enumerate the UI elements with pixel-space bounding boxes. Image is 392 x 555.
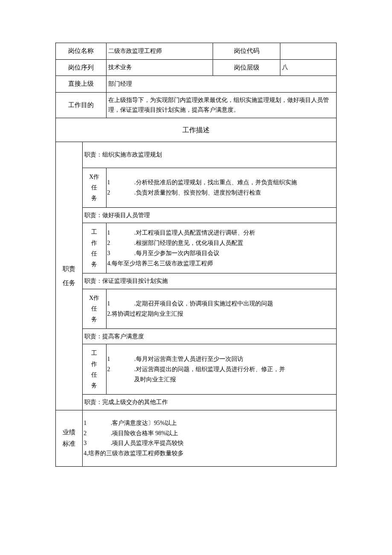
label-position-name: 岗位名称 [56,43,107,60]
duty1-task-content: 1 2 .分析经批准后的监理规划，找出重点、难点，并负责组织实施 .负责对质量控… [106,168,336,208]
row-duty1-title: 职责 任务 职责：组织实施市政监理规划 [56,142,337,168]
duty2-nums: 1 2 3 [107,228,133,258]
row-position-name: 岗位名称 二级市政监理工程师 岗位代码 [56,43,337,60]
row-desc-title: 工作描述 [56,118,337,142]
value-position-level: 八 [280,59,337,76]
duty4-title: 职责：提高客户满意度 [83,328,337,344]
row-supervisor: 直接上级 部门经理 [56,76,337,93]
perf-nums: 1 2 3 [84,418,109,448]
duty2-title: 职责：做好项目人员管理 [83,207,337,223]
row-position-seq: 岗位序列 技术业务 岗位层级 八 [56,59,337,76]
duty3-task-content: 1 .定期召开项目会议，协调项目实施过程中出现的问题 2.将协调过程定期向业主汇… [106,289,336,328]
desc-title: 工作描述 [56,118,337,142]
duty4-txts: .每月对运营商主管人员进行至少一次回访 .对运营商提出的问题，组织监理人员进行分… [134,354,288,384]
duty3-line2: 2.将协调过程定期向业主汇报 [107,309,334,319]
row-performance: 业绩 标准 1 2 3 .客户满意度达〕95%以上 .项目险收合格率 98%以上… [56,410,337,466]
row-duty4-tasks: 工 作 任 务 1 2 .每月对运营商主管人员进行至少一次回访 .对运营商提出的… [56,344,337,395]
row-duty4-title: 职责：提高客户满意度 [56,328,337,344]
duty3-nums: 1 [107,299,133,309]
duty5-title: 职责：完成上级交办的其他工作 [83,395,337,410]
value-position-name: 二级市政监理工程师 [106,43,213,60]
value-position-seq: 技术业务 [106,59,213,76]
label-supervisor: 直接上级 [56,76,107,93]
duty2-txts: .对工程项目监理人员配置情况进行调研、分析 .根据部门经理的意见，优化项目人员配… [134,228,255,258]
side-duty-label: 职责 任务 [56,142,83,410]
duty4-task-content: 1 2 .每月对运营商主管人员进行至少一次回访 .对运营商提出的问题，组织监理人… [106,344,336,395]
row-purpose: 工作目的 在上级指导下，为实现部门内监理效果最优化，组织实施监理规划，做好项目人… [56,92,337,118]
label-position-code: 岗位代码 [213,43,280,60]
perf-line4: 4,培养的三级市政监理工程师数量较多 [84,448,334,459]
label-purpose: 工作目的 [56,92,107,118]
duty4-nums: 1 2 [107,354,133,375]
job-description-table: 岗位名称 二级市政监理工程师 岗位代码 岗位序列 技术业务 岗位层级 八 直接上… [55,43,337,467]
row-duty1-tasks: X作 任 务 1 2 .分析经批准后的监理规划，找出重点、难点，并负责组织实施 … [56,168,337,208]
duty1-task-label: X作 任 务 [83,168,106,208]
duty1-nums: 1 2 [107,177,133,198]
duty2-line4: 4.每年至少培养三名三级市政监理工程师 [107,259,334,269]
value-purpose: 在上级指导下，为实现部门内监理效果最优化，组织实施监理规划，做好项目人员管理，保… [106,92,336,118]
duty2-task-content: 1 2 3 .对工程项目监理人员配置情况进行调研、分析 .根据部门经理的意见，优… [106,223,336,273]
duty4-task-label: 工 作 任 务 [83,344,106,395]
duty2-task-label: 工 作 任 务 [83,223,106,273]
duty3-task-label: X作 任 务 [83,289,106,328]
duty1-title: 职责：组织实施市政监理规划 [83,142,337,168]
row-duty2-title: 职责：做好项目人员管理 [56,207,337,223]
duty3-title: 职责：保证监理项目按计划实施 [83,273,337,289]
label-position-level: 岗位层级 [213,59,280,76]
row-duty3-tasks: X作 任 务 1 .定期召开项目会议，协调项目实施过程中出现的问题 2.将协调过… [56,289,337,328]
duty1-txts: .分析经批准后的监理规划，找出重点、难点，并负责组织实施 .负责对质量控制、投资… [134,177,297,198]
row-duty3-title: 职责：保证监理项目按计划实施 [56,273,337,289]
perf-txts: .客户满意度达〕95%以上 .项目险收合格率 98%以上 .项目人员监理水平提高… [111,418,184,448]
perf-label: 业绩 标准 [56,410,83,466]
row-duty2-tasks: 工 作 任 务 1 2 3 .对工程项目监理人员配置情况进行调研、分析 .根据部… [56,223,337,273]
row-duty5-title: 职责：完成上级交办的其他工作 [56,395,337,410]
value-position-code [280,43,337,60]
label-position-seq: 岗位序列 [56,59,107,76]
perf-content: 1 2 3 .客户满意度达〕95%以上 .项目险收合格率 98%以上 .项目人员… [83,410,337,466]
duty3-txt1: .定期召开项目会议，协调项目实施过程中出现的问题 [134,299,273,309]
value-supervisor: 部门经理 [106,76,336,93]
